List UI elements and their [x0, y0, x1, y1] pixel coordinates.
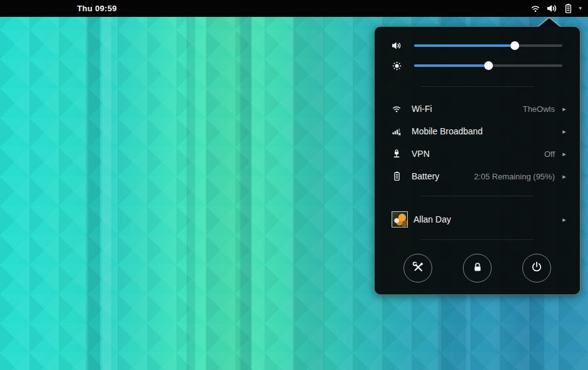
submenu-arrow-icon: ▸	[561, 216, 567, 224]
top-bar: Thu 09:59	[0, 0, 588, 17]
battery-icon	[564, 3, 573, 14]
battery-icon	[390, 171, 403, 181]
brightness-slider-handle[interactable]	[484, 61, 493, 70]
brightness-slider[interactable]	[414, 64, 562, 67]
wifi-network-name: TheOwls	[523, 104, 555, 114]
vpn-lock-icon	[390, 149, 403, 159]
lock-icon	[472, 261, 484, 276]
submenu-arrow-icon: ▸	[561, 150, 567, 158]
wifi-label: Wi-Fi	[412, 104, 523, 114]
separator	[421, 239, 534, 240]
signal-bars-icon	[390, 126, 403, 136]
mobile-broadband-label: Mobile Broadband	[412, 126, 555, 136]
submenu-arrow-icon: ▸	[561, 128, 567, 136]
user-menu-item[interactable]: Allan Day ▸	[375, 204, 580, 235]
clock[interactable]: Thu 09:59	[77, 0, 116, 17]
volume-icon	[546, 3, 558, 14]
menu-item-battery[interactable]: Battery 2:05 Remaining (95%) ▸	[375, 165, 580, 188]
settings-tools-icon	[412, 261, 425, 276]
menu-item-wifi[interactable]: Wi-Fi TheOwls ▸	[375, 98, 580, 120]
volume-slider-row	[375, 36, 580, 56]
wifi-icon	[530, 4, 540, 14]
chevron-down-icon: ▾	[579, 0, 582, 17]
menu-item-vpn[interactable]: VPN Off ▸	[375, 142, 580, 165]
volume-slider-handle[interactable]	[510, 41, 519, 50]
volume-slider[interactable]	[414, 44, 562, 47]
power-icon	[530, 261, 543, 276]
speaker-icon	[390, 41, 403, 51]
vpn-label: VPN	[412, 149, 544, 159]
wifi-icon	[390, 104, 403, 114]
lock-button[interactable]	[463, 254, 492, 282]
system-status-area[interactable]: ▾	[528, 0, 584, 17]
battery-label: Battery	[412, 171, 474, 181]
brightness-sun-icon	[390, 61, 403, 71]
user-name: Allan Day	[413, 214, 561, 224]
battery-status: 2:05 Remaining (95%)	[474, 172, 555, 181]
separator	[421, 86, 534, 87]
system-menu: Wi-Fi TheOwls ▸ Mobile Broadband ▸	[374, 26, 580, 295]
system-actions	[375, 254, 580, 282]
user-avatar	[392, 211, 408, 228]
brightness-slider-row	[375, 56, 580, 76]
settings-button[interactable]	[403, 254, 432, 282]
submenu-arrow-icon: ▸	[561, 105, 567, 113]
submenu-arrow-icon: ▸	[561, 172, 567, 181]
power-button[interactable]	[522, 254, 551, 282]
separator	[421, 196, 534, 196]
menu-pointer-fill	[539, 18, 560, 27]
vpn-status: Off	[544, 149, 555, 159]
menu-item-mobile-broadband[interactable]: Mobile Broadband ▸	[375, 120, 580, 142]
